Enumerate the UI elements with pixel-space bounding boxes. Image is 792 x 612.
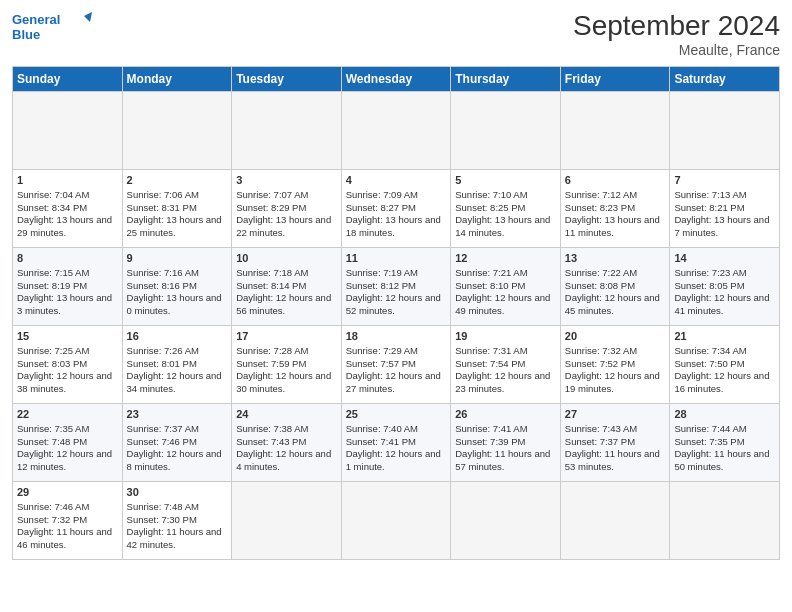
table-row: 11Sunrise: 7:19 AMSunset: 8:12 PMDayligh…	[341, 248, 451, 326]
table-row: 25Sunrise: 7:40 AMSunset: 7:41 PMDayligh…	[341, 404, 451, 482]
table-row: 22Sunrise: 7:35 AMSunset: 7:48 PMDayligh…	[13, 404, 123, 482]
table-row: 3Sunrise: 7:07 AMSunset: 8:29 PMDaylight…	[232, 170, 342, 248]
sunset-text: Sunset: 7:46 PM	[127, 436, 228, 449]
table-row	[122, 92, 232, 170]
sunrise-text: Sunrise: 7:04 AM	[17, 189, 118, 202]
sunrise-text: Sunrise: 7:18 AM	[236, 267, 337, 280]
calendar-week-4: 22Sunrise: 7:35 AMSunset: 7:48 PMDayligh…	[13, 404, 780, 482]
table-row: 29Sunrise: 7:46 AMSunset: 7:32 PMDayligh…	[13, 482, 123, 560]
day-number: 30	[127, 485, 228, 500]
table-row: 14Sunrise: 7:23 AMSunset: 8:05 PMDayligh…	[670, 248, 780, 326]
logo-svg: General Blue	[12, 10, 92, 46]
daylight-text: Daylight: 13 hours and 11 minutes.	[565, 214, 666, 240]
table-row: 5Sunrise: 7:10 AMSunset: 8:25 PMDaylight…	[451, 170, 561, 248]
table-row: 28Sunrise: 7:44 AMSunset: 7:35 PMDayligh…	[670, 404, 780, 482]
table-row: 16Sunrise: 7:26 AMSunset: 8:01 PMDayligh…	[122, 326, 232, 404]
day-number: 28	[674, 407, 775, 422]
sunrise-text: Sunrise: 7:35 AM	[17, 423, 118, 436]
daylight-text: Daylight: 12 hours and 45 minutes.	[565, 292, 666, 318]
daylight-text: Daylight: 13 hours and 3 minutes.	[17, 292, 118, 318]
location: Meaulte, France	[573, 42, 780, 58]
sunrise-text: Sunrise: 7:37 AM	[127, 423, 228, 436]
sunset-text: Sunset: 7:43 PM	[236, 436, 337, 449]
day-number: 23	[127, 407, 228, 422]
day-number: 18	[346, 329, 447, 344]
sunset-text: Sunset: 8:29 PM	[236, 202, 337, 215]
day-number: 2	[127, 173, 228, 188]
sunrise-text: Sunrise: 7:13 AM	[674, 189, 775, 202]
day-number: 29	[17, 485, 118, 500]
daylight-text: Daylight: 11 hours and 46 minutes.	[17, 526, 118, 552]
sunrise-text: Sunrise: 7:28 AM	[236, 345, 337, 358]
sunset-text: Sunset: 7:48 PM	[17, 436, 118, 449]
day-number: 26	[455, 407, 556, 422]
day-number: 19	[455, 329, 556, 344]
sunrise-text: Sunrise: 7:10 AM	[455, 189, 556, 202]
sunrise-text: Sunrise: 7:32 AM	[565, 345, 666, 358]
day-number: 16	[127, 329, 228, 344]
day-number: 20	[565, 329, 666, 344]
table-row: 26Sunrise: 7:41 AMSunset: 7:39 PMDayligh…	[451, 404, 561, 482]
table-row	[341, 482, 451, 560]
daylight-text: Daylight: 11 hours and 50 minutes.	[674, 448, 775, 474]
day-number: 8	[17, 251, 118, 266]
sunset-text: Sunset: 8:21 PM	[674, 202, 775, 215]
day-number: 9	[127, 251, 228, 266]
sunset-text: Sunset: 8:10 PM	[455, 280, 556, 293]
col-tuesday: Tuesday	[232, 67, 342, 92]
daylight-text: Daylight: 13 hours and 25 minutes.	[127, 214, 228, 240]
sunset-text: Sunset: 8:16 PM	[127, 280, 228, 293]
table-row	[451, 92, 561, 170]
daylight-text: Daylight: 12 hours and 23 minutes.	[455, 370, 556, 396]
table-row	[670, 482, 780, 560]
daylight-text: Daylight: 12 hours and 4 minutes.	[236, 448, 337, 474]
sunset-text: Sunset: 8:08 PM	[565, 280, 666, 293]
svg-text:General: General	[12, 12, 60, 27]
daylight-text: Daylight: 12 hours and 41 minutes.	[674, 292, 775, 318]
sunrise-text: Sunrise: 7:26 AM	[127, 345, 228, 358]
table-row: 21Sunrise: 7:34 AMSunset: 7:50 PMDayligh…	[670, 326, 780, 404]
table-row: 6Sunrise: 7:12 AMSunset: 8:23 PMDaylight…	[560, 170, 670, 248]
sunset-text: Sunset: 8:03 PM	[17, 358, 118, 371]
table-row: 8Sunrise: 7:15 AMSunset: 8:19 PMDaylight…	[13, 248, 123, 326]
daylight-text: Daylight: 12 hours and 16 minutes.	[674, 370, 775, 396]
day-number: 13	[565, 251, 666, 266]
sunset-text: Sunset: 8:27 PM	[346, 202, 447, 215]
sunrise-text: Sunrise: 7:09 AM	[346, 189, 447, 202]
table-row	[13, 92, 123, 170]
calendar-week-0	[13, 92, 780, 170]
daylight-text: Daylight: 12 hours and 8 minutes.	[127, 448, 228, 474]
logo: General Blue	[12, 10, 92, 46]
daylight-text: Daylight: 11 hours and 42 minutes.	[127, 526, 228, 552]
sunrise-text: Sunrise: 7:46 AM	[17, 501, 118, 514]
table-row	[560, 92, 670, 170]
calendar-week-5: 29Sunrise: 7:46 AMSunset: 7:32 PMDayligh…	[13, 482, 780, 560]
table-row: 7Sunrise: 7:13 AMSunset: 8:21 PMDaylight…	[670, 170, 780, 248]
day-number: 10	[236, 251, 337, 266]
sunrise-text: Sunrise: 7:25 AM	[17, 345, 118, 358]
sunrise-text: Sunrise: 7:23 AM	[674, 267, 775, 280]
day-number: 3	[236, 173, 337, 188]
sunrise-text: Sunrise: 7:41 AM	[455, 423, 556, 436]
sunrise-text: Sunrise: 7:40 AM	[346, 423, 447, 436]
table-row	[341, 92, 451, 170]
daylight-text: Daylight: 13 hours and 7 minutes.	[674, 214, 775, 240]
table-row: 30Sunrise: 7:48 AMSunset: 7:30 PMDayligh…	[122, 482, 232, 560]
daylight-text: Daylight: 12 hours and 12 minutes.	[17, 448, 118, 474]
calendar-table: Sunday Monday Tuesday Wednesday Thursday…	[12, 66, 780, 560]
month-title: September 2024	[573, 10, 780, 42]
table-row	[451, 482, 561, 560]
day-number: 21	[674, 329, 775, 344]
col-wednesday: Wednesday	[341, 67, 451, 92]
sunset-text: Sunset: 7:35 PM	[674, 436, 775, 449]
day-number: 5	[455, 173, 556, 188]
day-number: 24	[236, 407, 337, 422]
sunrise-text: Sunrise: 7:21 AM	[455, 267, 556, 280]
table-row: 12Sunrise: 7:21 AMSunset: 8:10 PMDayligh…	[451, 248, 561, 326]
sunset-text: Sunset: 8:12 PM	[346, 280, 447, 293]
table-row: 9Sunrise: 7:16 AMSunset: 8:16 PMDaylight…	[122, 248, 232, 326]
day-number: 25	[346, 407, 447, 422]
daylight-text: Daylight: 11 hours and 53 minutes.	[565, 448, 666, 474]
sunset-text: Sunset: 7:39 PM	[455, 436, 556, 449]
sunrise-text: Sunrise: 7:44 AM	[674, 423, 775, 436]
